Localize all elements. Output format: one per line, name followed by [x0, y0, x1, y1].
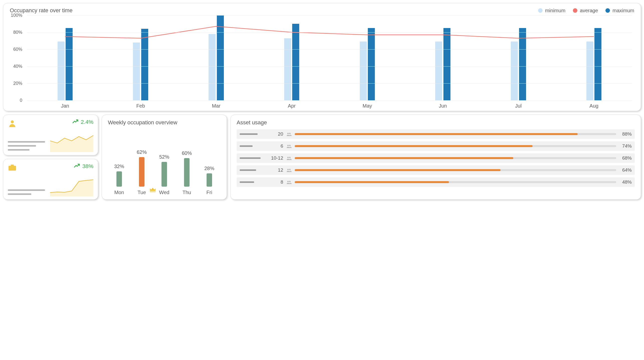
trend-up-icon — [72, 119, 79, 125]
mini-trend-assets: 38% — [74, 163, 93, 170]
x-label: May — [330, 103, 405, 109]
weekly-day-label: Mon — [114, 190, 124, 195]
asset-usage-bar — [295, 169, 616, 171]
asset-usage-bar — [295, 145, 616, 147]
legend-average-label: average — [580, 8, 598, 14]
people-group-icon — [286, 168, 292, 172]
legend-average[interactable]: average — [573, 8, 598, 14]
asset-capacity: 6 — [270, 143, 283, 149]
trend-up-icon — [74, 163, 80, 170]
weekly-value: 32% — [114, 164, 124, 169]
weekly-column[interactable]: 60%Thu — [176, 150, 198, 195]
weekly-bar — [184, 158, 190, 187]
mini-trend-assets-value: 38% — [82, 163, 93, 170]
asset-name-placeholder — [240, 169, 267, 171]
people-group-icon — [286, 132, 292, 136]
weekly-value: 28% — [204, 166, 214, 171]
weekly-value: 60% — [182, 150, 192, 156]
mini-trend-people: 2.4% — [72, 119, 93, 125]
asset-capacity: 20 — [270, 131, 283, 137]
weekly-day-label: Tue — [137, 190, 146, 195]
asset-name-placeholder — [240, 145, 267, 147]
x-label: Jul — [481, 103, 556, 109]
mini-sparkline-assets — [50, 179, 93, 196]
weekly-column[interactable]: 62%Tue — [130, 149, 153, 195]
asset-row[interactable]: 2088% — [237, 129, 635, 139]
y-tick: 20% — [10, 81, 25, 86]
weekly-bar — [116, 171, 122, 187]
mini-sparkline-people — [50, 135, 93, 152]
asset-usage-bar — [295, 181, 616, 183]
svg-point-10 — [289, 181, 291, 182]
asset-name-placeholder — [240, 133, 267, 135]
svg-point-4 — [289, 145, 291, 146]
svg-point-8 — [289, 169, 291, 170]
svg-point-2 — [289, 133, 291, 134]
occupancy-rate-card: Occupancy rate over time minimum average… — [3, 3, 641, 111]
svg-point-5 — [287, 157, 289, 158]
svg-point-3 — [287, 145, 289, 146]
asset-capacity: 12 — [270, 167, 283, 173]
person-icon — [8, 119, 17, 128]
mini-cards-column: 2.4% — [3, 115, 98, 200]
svg-point-9 — [287, 181, 289, 182]
weekly-day-label: Wed — [159, 190, 170, 195]
legend-dot-average — [573, 8, 577, 13]
weekly-column[interactable]: 28%Fri — [198, 166, 221, 195]
svg-point-0 — [11, 120, 14, 123]
weekly-column[interactable]: 52%Wed — [153, 154, 176, 195]
asset-usage-bar — [295, 157, 616, 159]
weekly-value: 52% — [159, 154, 169, 160]
weekly-value: 62% — [137, 149, 147, 155]
svg-point-1 — [287, 133, 289, 134]
people-group-icon — [286, 156, 292, 160]
mini-placeholder-lines — [8, 141, 47, 152]
x-label: Jun — [405, 103, 481, 109]
mini-trend-people-value: 2.4% — [81, 119, 93, 125]
asset-row[interactable]: 1264% — [237, 165, 635, 175]
asset-row[interactable]: 848% — [237, 177, 635, 187]
asset-name-placeholder — [240, 181, 267, 183]
weekly-day-label: Thu — [183, 190, 191, 195]
y-tick: 80% — [10, 30, 25, 35]
svg-point-7 — [287, 169, 289, 170]
weekly-bar — [207, 173, 212, 187]
legend-minimum[interactable]: minimum — [538, 8, 565, 14]
mini-card-people[interactable]: 2.4% — [3, 115, 98, 155]
weekly-bar — [139, 157, 144, 187]
asset-usage-card: Asset usage 2088%674%10-1268%1264%848% — [230, 115, 641, 200]
people-group-icon — [286, 144, 292, 148]
legend-maximum-label: maximum — [612, 8, 634, 14]
svg-point-6 — [289, 157, 291, 158]
briefcase-icon — [8, 163, 17, 172]
x-label: Mar — [179, 103, 254, 109]
asset-row[interactable]: 674% — [237, 141, 635, 151]
asset-usage-pct: 64% — [619, 167, 632, 173]
weekly-day-label: Fri — [206, 190, 212, 195]
asset-usage-list: 2088%674%10-1268%1264%848% — [237, 129, 635, 196]
legend-dot-minimum — [538, 8, 543, 13]
weekly-occupation-card: Weekly occupation overview 32%Mon62%Tue5… — [102, 115, 227, 200]
weekly-bar — [162, 162, 167, 187]
y-tick: 40% — [10, 64, 25, 69]
legend-maximum[interactable]: maximum — [605, 8, 634, 14]
people-group-icon — [286, 180, 292, 184]
asset-usage-bar — [295, 133, 616, 135]
asset-name-placeholder — [240, 157, 267, 159]
asset-usage-title: Asset usage — [237, 119, 635, 126]
asset-capacity: 10-12 — [270, 155, 283, 161]
occupancy-legend: minimum average maximum — [538, 8, 634, 14]
weekly-title: Weekly occupation overview — [108, 119, 221, 126]
y-tick: 100% — [10, 13, 25, 18]
legend-dot-maximum — [605, 8, 610, 13]
asset-row[interactable]: 10-1268% — [237, 153, 635, 163]
mini-card-assets[interactable]: 38% — [3, 159, 98, 200]
occupancy-chart: 100%80%60%40%20%0 JanFebMarAprMayJunJulA… — [10, 15, 634, 108]
legend-minimum-label: minimum — [545, 8, 565, 14]
mini-placeholder-lines — [8, 189, 47, 196]
x-label: Aug — [556, 103, 632, 109]
y-tick: 60% — [10, 47, 25, 52]
weekly-column[interactable]: 32%Mon — [108, 164, 130, 195]
asset-usage-pct: 68% — [619, 155, 632, 161]
y-tick: 0 — [10, 98, 25, 103]
